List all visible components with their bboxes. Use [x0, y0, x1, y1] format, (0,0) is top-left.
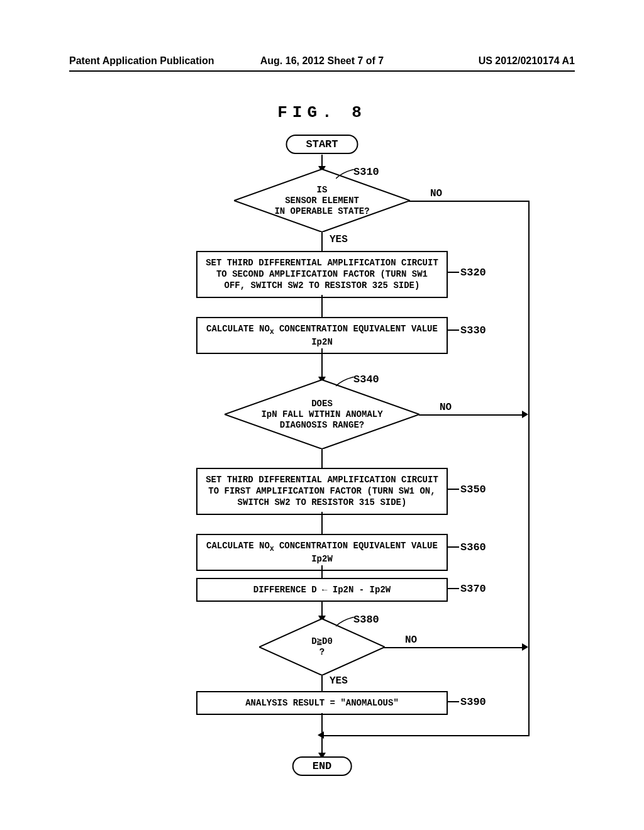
connector [321, 348, 323, 380]
header-center: Aug. 16, 2012 Sheet 7 of 7 [238, 55, 406, 67]
s380-yes: YES [328, 675, 349, 687]
leader [448, 272, 459, 273]
leader [448, 588, 459, 589]
leader-icon [336, 169, 355, 182]
s320-label: S320 [460, 267, 486, 279]
figure-title: FIG. 8 [0, 103, 644, 122]
connector [321, 295, 323, 318]
s370-label: S370 [460, 583, 486, 595]
process-s350: SET THIRD DIFFERENTIAL AMPLIFICATION CIR… [196, 468, 448, 515]
s380-no: NO [404, 634, 418, 646]
s340-text-2: IpN FALL WITHIN ANOMALY [261, 409, 382, 419]
process-s370: DIFFERENCE D ← Ip2N - Ip2W [196, 578, 448, 602]
s310-text-3: IN OPERABLE STATE? [274, 206, 369, 216]
leader [448, 701, 459, 702]
leader [448, 489, 459, 490]
header-separator [69, 70, 575, 72]
connector [321, 565, 323, 579]
arrow-icon [522, 411, 528, 418]
connector [321, 675, 323, 692]
s390-label: S390 [460, 696, 486, 708]
leader-icon [336, 377, 355, 389]
connector [322, 735, 530, 736]
s360-text-1a: CALCULATE NO [206, 541, 270, 551]
s380-text-2: ? [319, 647, 325, 657]
page-header: Patent Application Publication Aug. 16, … [0, 0, 644, 67]
s330-text-1a: CALCULATE NO [206, 324, 270, 334]
header-right: US 2012/0210174 A1 [406, 55, 575, 67]
s330-text-1b: CONCENTRATION EQUIVALENT VALUE [274, 324, 437, 334]
connector [419, 414, 523, 416]
s310-no: NO [429, 188, 443, 199]
process-s390: ANALYSIS RESULT = "ANOMALOUS" [196, 691, 448, 715]
s380-label: S380 [353, 614, 379, 626]
s340-text-1: DOES [311, 399, 333, 409]
connector [384, 647, 522, 648]
start-terminator: START [286, 135, 358, 154]
s310-text-1: IS [317, 185, 328, 195]
s340-no: NO [438, 402, 453, 413]
s310-label: S310 [353, 166, 379, 178]
s360-text-1b: CONCENTRATION EQUIVALENT VALUE [274, 541, 437, 551]
connector [409, 201, 530, 202]
header-left: Patent Application Publication [69, 55, 238, 67]
s310-text-2: SENSOR ELEMENT [285, 196, 359, 206]
s380-text-1: D≧D0 [311, 636, 333, 646]
leader [448, 329, 459, 331]
s360-label: S360 [460, 541, 486, 553]
s330-text-2: Ip2N [311, 337, 333, 347]
decision-s310: IS SENSOR ELEMENT IN OPERABLE STATE? [234, 169, 410, 232]
connector [321, 449, 323, 469]
s310-yes: YES [328, 234, 349, 245]
arrow-icon [522, 643, 528, 651]
s340-label: S340 [353, 374, 379, 385]
leader-icon [336, 617, 355, 629]
decision-s380: D≧D0 ? [259, 619, 385, 675]
flowchart: START IS SENSOR ELEMENT IN OPERABLE STAT… [114, 135, 530, 776]
no-path-connector [528, 201, 530, 735]
connector [321, 232, 323, 252]
s340-text-3: DIAGNOSIS RANGE? [280, 419, 364, 429]
s330-label: S330 [460, 324, 486, 336]
leader [448, 546, 459, 548]
connector [321, 512, 323, 535]
s360-text-2: Ip2W [311, 554, 333, 564]
s350-label: S350 [460, 484, 486, 495]
end-terminator: END [292, 756, 352, 776]
decision-s340: DOES IpN FALL WITHIN ANOMALY DIAGNOSIS R… [225, 380, 419, 449]
arrow-icon [318, 731, 324, 739]
process-s320: SET THIRD DIFFERENTIAL AMPLIFICATION CIR… [196, 251, 448, 298]
